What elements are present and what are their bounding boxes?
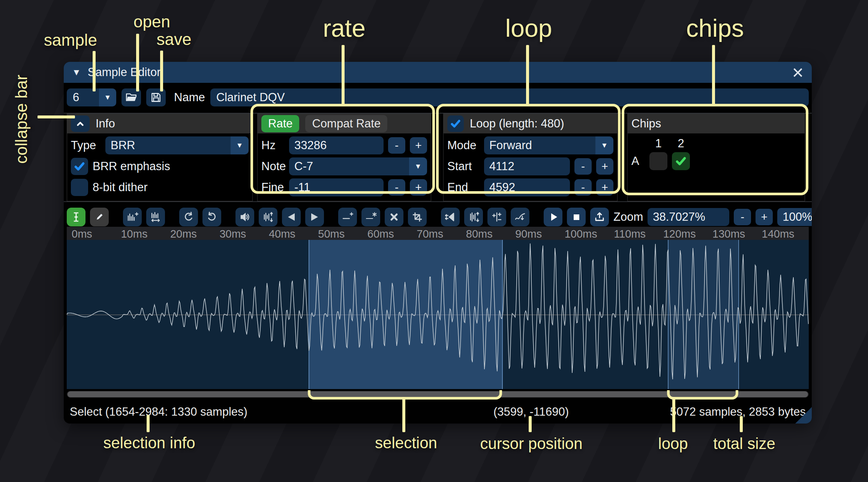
chevron-down-icon: ▼ <box>595 136 613 154</box>
loop-start-plus-button[interactable]: + <box>596 158 613 175</box>
hz-input[interactable]: 33286 <box>289 136 384 154</box>
stretch-button[interactable] <box>146 208 165 226</box>
fine-plus-button[interactable]: + <box>410 179 427 196</box>
annotation-loop: loop <box>505 14 552 42</box>
apply-silence-button[interactable] <box>361 208 380 226</box>
note-dropdown[interactable]: C-7 ▼ <box>289 157 427 175</box>
header-row: 6 ▼ Name Clarinet DQV <box>64 83 812 108</box>
chips-panel: Chips 1 2 A <box>627 114 805 201</box>
fine-input[interactable]: -11 <box>289 178 384 196</box>
trim-button[interactable] <box>408 208 427 226</box>
edit-tool-button[interactable] <box>90 208 109 226</box>
chip-1-checkbox[interactable] <box>649 152 667 170</box>
info-panel: Info Type BRR ▼ BRR emphasis <box>67 114 253 201</box>
fade-in-button[interactable] <box>282 208 301 226</box>
stop-button[interactable] <box>567 208 586 226</box>
loop-end-plus-button[interactable]: + <box>596 179 613 196</box>
hz-plus-button[interactable]: + <box>410 137 427 154</box>
filter-button[interactable] <box>511 208 529 226</box>
chip-2-checkbox[interactable] <box>672 152 690 170</box>
fine-label: Fine <box>261 181 285 194</box>
selection-info-text: Select (1654-2984: 1330 samples) <box>70 405 247 419</box>
loop-start-input[interactable]: 4112 <box>484 157 570 175</box>
loop-header: Loop (length: 480) <box>444 114 617 133</box>
ruler-tick: 10ms <box>121 228 147 240</box>
signed-unsigned-button[interactable] <box>487 208 506 226</box>
rate-tab[interactable]: Rate <box>261 115 299 132</box>
chips-title: Chips <box>631 117 661 130</box>
annotation-line <box>526 45 529 105</box>
ruler-tick: 40ms <box>269 228 295 240</box>
zoom-out-button[interactable]: - <box>734 209 751 225</box>
redo-button[interactable] <box>202 208 221 226</box>
chevron-down-icon: ▼ <box>231 136 249 154</box>
sample-index-dropdown[interactable]: 6 ▼ <box>67 88 116 106</box>
normalize-button[interactable] <box>259 208 277 226</box>
hz-minus-button[interactable]: - <box>388 137 405 154</box>
fine-value: -11 <box>294 181 310 194</box>
invert-button[interactable] <box>464 208 483 226</box>
loop-mode-dropdown[interactable]: Forward ▼ <box>484 136 613 154</box>
resize-grip[interactable] <box>795 407 812 424</box>
reverse-button[interactable] <box>441 208 460 226</box>
resample-button[interactable] <box>123 208 142 226</box>
delete-button[interactable] <box>385 208 403 226</box>
fade-out-button[interactable] <box>305 208 324 226</box>
loop-end-minus-button[interactable]: - <box>574 179 592 196</box>
stop-icon <box>570 211 582 223</box>
ruler-tick: 140ms <box>762 228 795 240</box>
annotation-collapse-bar: collapse bar <box>12 75 31 163</box>
undo-button[interactable] <box>179 208 198 226</box>
annotation-line <box>136 34 139 91</box>
loop-end-value: 4592 <box>489 181 515 194</box>
brr-emphasis-checkbox[interactable] <box>71 158 88 175</box>
zoom-in-button[interactable]: + <box>756 209 773 225</box>
annotation-sample: sample <box>44 31 97 49</box>
fade-out-icon <box>309 211 321 223</box>
ruler-tick: 100ms <box>565 228 597 240</box>
compat-rate-tab[interactable]: Compat Rate <box>305 115 387 132</box>
fine-minus-button[interactable]: - <box>388 179 405 196</box>
ruler-tick: 110ms <box>614 228 646 240</box>
annotation-selection-info: selection info <box>103 434 195 452</box>
loop-enable-checkbox[interactable] <box>447 115 464 132</box>
time-ruler[interactable]: 0ms10ms20ms30ms40ms50ms60ms70ms80ms90ms1… <box>67 227 809 240</box>
import-button[interactable] <box>590 208 609 226</box>
speaker-icon <box>239 211 251 223</box>
loop-end-input[interactable]: 4592 <box>484 178 570 196</box>
loop-start-label: Start <box>447 160 480 173</box>
dither-checkbox[interactable] <box>71 179 88 196</box>
selection-bracket <box>308 390 502 400</box>
loop-mode-value: Forward <box>484 136 595 154</box>
brr-emphasis-label: BRR emphasis <box>93 160 170 173</box>
ruler-tick: 30ms <box>219 228 246 240</box>
ibeam-cursor-icon <box>70 211 82 223</box>
loop-start-minus-button[interactable]: - <box>574 158 592 175</box>
waveform-stretch-icon <box>150 211 162 223</box>
chip-column-1: 1 <box>649 137 667 150</box>
pencil-icon <box>93 211 105 223</box>
window-collapse-icon[interactable]: ▼ <box>72 67 81 78</box>
chevron-up-icon <box>75 118 86 129</box>
waveform-view[interactable] <box>67 240 809 389</box>
volume-button[interactable] <box>235 208 254 226</box>
zoom-controls: Zoom 38.7027% - + 100% <box>613 208 812 226</box>
select-tool-button[interactable] <box>67 208 85 226</box>
total-size-text: 5072 samples, 2853 bytes <box>670 405 806 419</box>
name-input[interactable]: Clarinet DQV <box>210 88 809 106</box>
chip-row-label: A <box>631 154 645 168</box>
zoom-input[interactable]: 38.7027% <box>648 208 729 226</box>
loop-panel: Loop (length: 480) Mode Forward ▼ Start … <box>443 114 618 201</box>
hz-label: Hz <box>261 139 285 152</box>
annotation-rate: rate <box>323 14 366 42</box>
annotation-line <box>342 45 345 105</box>
play-icon <box>547 211 559 223</box>
close-icon[interactable]: × <box>792 65 804 80</box>
zoom-reset-button[interactable]: 100% <box>777 208 812 226</box>
x-delete-icon <box>388 211 400 223</box>
type-dropdown[interactable]: BRR ▼ <box>105 136 249 154</box>
play-button[interactable] <box>544 208 562 226</box>
type-label: Type <box>71 139 101 152</box>
annotation-line <box>37 115 75 118</box>
insert-silence-button[interactable] <box>338 208 357 226</box>
